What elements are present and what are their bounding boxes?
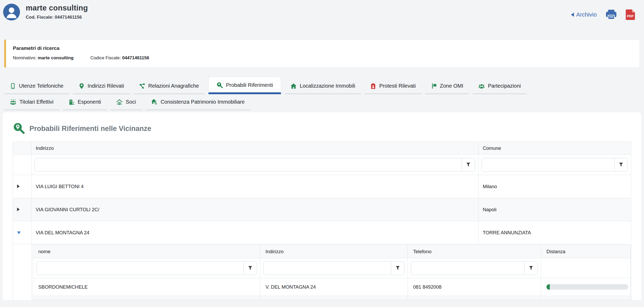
cell-comune: TORRE ANNUNZIATA: [478, 221, 631, 244]
cell-distanza: [541, 278, 631, 296]
share-nodes-icon: [139, 83, 145, 89]
tab-label: Protesti Rilevati: [379, 83, 416, 89]
archive-link[interactable]: Archivio: [571, 11, 597, 18]
cell-indirizzo: VIA GIOVANNI CURTOLI 2C/: [31, 198, 478, 221]
results-table: Indirizzo Comune: [13, 142, 631, 300]
pdf-export-button[interactable]: PDF: [626, 9, 635, 20]
cell-telefono: 081 8492008: [408, 278, 541, 296]
column-header-nome: nome: [33, 245, 260, 258]
param-codice-fiscale: Codice Fiscale: 04471461156: [90, 55, 149, 61]
main-content-card: Probabili Riferimenti nelle Vicinanze In…: [3, 112, 641, 300]
print-button[interactable]: [606, 10, 617, 20]
cell-indirizzo: VIA DEL MONTAGNA 24: [31, 221, 478, 244]
table-row[interactable]: VIA DEL MONTAGNA 24 TORRE ANNUNZIATA: [13, 221, 631, 244]
partial-row: [33, 296, 631, 300]
filter-input-detail-indirizzo[interactable]: [264, 262, 391, 275]
tab-zone-omi[interactable]: Zone OMI: [425, 79, 469, 94]
tab-label: Consistenza Patrimonio Immobiliare: [161, 99, 245, 105]
cell-indirizzo: V. DEL MONTAGNA 24: [260, 278, 408, 296]
tab-localizzazione-immobili[interactable]: Localizzazione Immobili: [285, 79, 361, 94]
left-triangle-icon: [571, 13, 574, 17]
phone-icon: [10, 83, 16, 89]
filter-button-telefono[interactable]: [524, 262, 537, 275]
filter-input-indirizzo[interactable]: [35, 158, 462, 171]
tab-label: Relazioni Anagrafiche: [148, 83, 199, 89]
tab-label: Titolari Effettivi: [19, 99, 54, 105]
table-row[interactable]: VIA LUIGI BETTONI 4 Milano: [13, 175, 631, 198]
row-expander[interactable]: [13, 198, 31, 221]
section-title: Probabili Riferimenti nelle Vicinanze: [29, 125, 151, 133]
search-location-icon: [13, 122, 25, 135]
param-label: Codice Fiscale:: [90, 55, 121, 60]
archive-link-label: Archivio: [576, 11, 597, 18]
tab-label: Probabili Riferimenti: [226, 82, 273, 88]
funnel-icon: [619, 162, 624, 167]
tab-partecipazioni[interactable]: Partecipazioni: [473, 79, 527, 94]
cell-comune: Milano: [478, 175, 631, 198]
funnel-icon: [395, 266, 400, 271]
detail-filter-row: [33, 258, 631, 278]
table-row[interactable]: VIA GIOVANNI CURTOLI 2C/ Napoli: [13, 198, 631, 221]
tab-indirizzi-rilevati[interactable]: Indirizzi Rilevati: [73, 79, 130, 94]
fiscal-code-subtitle: Cod. Fiscale: 04471461156: [26, 15, 88, 20]
column-header-indirizzo: Indirizzo: [260, 245, 408, 258]
tab-label: Soci: [126, 99, 136, 105]
filter-input-comune[interactable]: [482, 158, 614, 171]
house-check-icon: [151, 99, 157, 105]
funnel-icon: [248, 266, 253, 271]
map-pin-icon: [79, 83, 85, 89]
filter-button-comune[interactable]: [614, 158, 627, 171]
tab-utenze-telefoniche[interactable]: Utenze Telefoniche: [4, 79, 69, 94]
sign-flag-icon: [431, 83, 437, 89]
tab-soci[interactable]: Soci: [110, 95, 142, 110]
tab-titolari-effettivi[interactable]: Titolari Effettivi: [4, 95, 59, 110]
page-title: marte consulting: [26, 4, 88, 12]
distance-progress-fill: [546, 284, 550, 290]
column-header-telefono: Telefono: [408, 245, 541, 258]
results-filter-row: [13, 155, 631, 175]
distance-progress-bar: [546, 284, 628, 290]
tab-consistenza-patrimonio[interactable]: Consistenza Patrimonio Immobiliare: [145, 95, 250, 110]
tab-label: Localizzazione Immobili: [300, 83, 355, 89]
collapsed-triangle-icon: [17, 184, 20, 188]
column-header-comune: Comune: [478, 142, 631, 155]
tab-bar: Utenze Telefoniche Indirizzi Rilevati Re…: [0, 77, 644, 110]
detail-data-row[interactable]: SBORDONEMICHELE V. DEL MONTAGNA 24 081 8…: [33, 278, 631, 296]
cell-nome: SBORDONEMICHELE: [33, 278, 260, 296]
expanded-triangle-icon: [17, 231, 21, 234]
id-badge-icon: [370, 83, 376, 89]
svg-text:PDF: PDF: [627, 14, 634, 18]
filter-input-telefono[interactable]: [411, 262, 524, 275]
tab-esponenti[interactable]: Esponenti: [63, 95, 107, 110]
people-dots-icon: [10, 99, 16, 105]
funnel-icon: [529, 266, 534, 271]
cell-indirizzo: VIA LUIGI BETTONI 4: [31, 175, 478, 198]
search-params-title: Parametri di ricerca: [13, 45, 633, 51]
page-header: marte consulting Cod. Fiscale: 044714611…: [0, 0, 644, 31]
tab-relazioni-anagrafiche[interactable]: Relazioni Anagrafiche: [134, 79, 205, 94]
expander-column-header: [13, 142, 31, 155]
tab-label: Zone OMI: [440, 83, 463, 89]
detail-row: nome Indirizzo Telefono Distanza: [13, 244, 631, 300]
building-person-icon: [69, 99, 75, 105]
person-icon: [3, 4, 20, 20]
filter-button-indirizzo[interactable]: [462, 158, 475, 171]
filter-input-nome[interactable]: [36, 262, 244, 275]
tab-label: Esponenti: [78, 99, 101, 105]
column-header-distanza: Distanza: [541, 245, 631, 258]
tab-label: Utenze Telefoniche: [19, 83, 64, 89]
filter-button-nome[interactable]: [244, 262, 257, 275]
house-people-icon: [116, 99, 123, 105]
printer-icon: [606, 10, 617, 20]
filter-button-detail-indirizzo[interactable]: [391, 262, 404, 275]
tab-probabili-riferimenti[interactable]: Probabili Riferimenti: [208, 77, 281, 94]
house-icon: [291, 83, 297, 89]
tab-protesti-rilevati[interactable]: Protesti Rilevati: [365, 79, 421, 94]
row-expander[interactable]: [13, 221, 31, 244]
row-expander[interactable]: [13, 175, 31, 198]
column-header-indirizzo: Indirizzo: [31, 142, 478, 155]
detail-table: nome Indirizzo Telefono Distanza: [33, 245, 631, 300]
collapsed-triangle-icon: [17, 208, 20, 211]
param-value: 04471461156: [122, 55, 149, 60]
people-icon: [478, 83, 485, 89]
